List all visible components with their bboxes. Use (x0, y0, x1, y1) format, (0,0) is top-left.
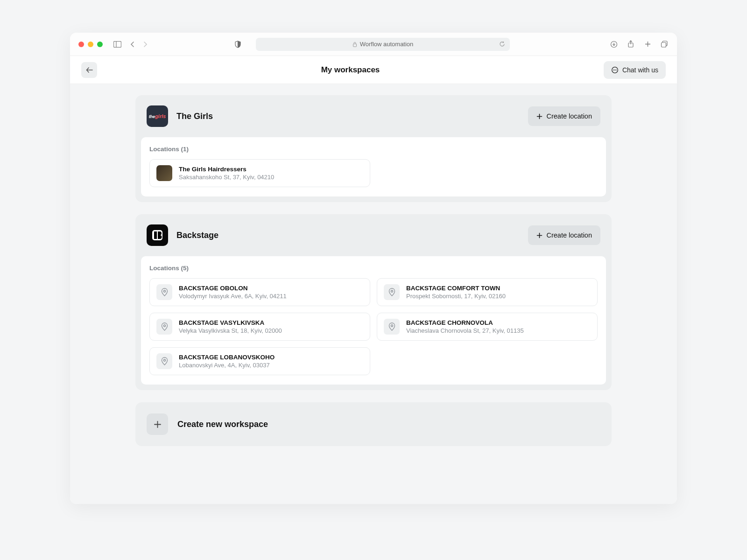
location-name: BACKSTAGE CHORNOVOLA (406, 319, 524, 326)
browser-nav (128, 40, 149, 49)
svg-rect-11 (154, 231, 157, 239)
traffic-lights (78, 42, 103, 47)
workspace-card-backstage: Backstage Create location Locations (5) (135, 214, 612, 390)
location-name: The Girls Hairdressers (179, 166, 274, 173)
workspace-logo: thegirls (147, 105, 168, 127)
back-button[interactable] (81, 62, 97, 78)
browser-forward-icon[interactable] (141, 40, 149, 49)
create-workspace-label: Create new workspace (177, 420, 268, 429)
share-icon[interactable] (627, 40, 635, 49)
location-card[interactable]: BACKSTAGE CHORNOVOLA Viacheslava Chornov… (377, 313, 598, 341)
locations-count-label: Locations (1) (149, 146, 598, 153)
workspace-logo (147, 224, 168, 246)
location-address: Volodymyr Ivasyuk Ave, 6A, Kyiv, 04211 (179, 293, 287, 300)
svg-point-9 (616, 70, 617, 70)
sidebar-toggle-icon[interactable] (113, 40, 121, 49)
map-pin-icon (384, 284, 400, 300)
svg-rect-5 (662, 42, 666, 47)
browser-back-icon[interactable] (128, 40, 136, 49)
location-address: Prospekt Sobornosti, 17, Kyiv, 02160 (406, 293, 506, 300)
plus-icon (147, 413, 168, 435)
create-location-button[interactable]: Create location (528, 225, 600, 245)
workspace-body: Locations (1) The Girls Hairdressers Sak… (141, 137, 606, 196)
reload-icon[interactable] (499, 41, 505, 47)
svg-point-7 (613, 70, 614, 70)
privacy-shield-icon[interactable] (233, 40, 242, 49)
svg-point-13 (391, 290, 393, 292)
locations-count-label: Locations (5) (149, 265, 598, 272)
workspace-card-thegirls: thegirls The Girls Create location Locat… (135, 95, 612, 202)
plus-icon (536, 113, 543, 119)
app-header: My workspaces Chat with us (70, 56, 677, 84)
chat-label: Chat with us (622, 66, 658, 74)
svg-point-14 (163, 325, 165, 327)
browser-chrome: Worflow automation (70, 33, 677, 56)
plus-icon (536, 232, 543, 238)
tabs-overview-icon[interactable] (660, 40, 669, 49)
browser-right-icons (610, 40, 669, 49)
svg-point-12 (163, 290, 165, 292)
location-card[interactable]: BACKSTAGE OBOLON Volodymyr Ivasyuk Ave, … (149, 278, 370, 306)
location-name: BACKSTAGE COMFORT TOWN (406, 285, 506, 292)
location-address: Lobanovskyi Ave, 4A, Kyiv, 03037 (179, 362, 275, 369)
svg-point-15 (391, 325, 393, 327)
location-address: Velyka Vasylkivska St, 18, Kyiv, 02000 (179, 327, 282, 334)
location-card[interactable]: BACKSTAGE LOBANOVSKOHO Lobanovskyi Ave, … (149, 347, 370, 375)
workspace-header: Backstage Create location (135, 214, 612, 256)
location-name: BACKSTAGE VASYLKIVSKA (179, 319, 282, 326)
location-card[interactable]: The Girls Hairdressers Saksahanskoho St,… (149, 159, 370, 187)
window-maximize-icon[interactable] (97, 42, 103, 47)
location-thumbnail (156, 165, 172, 181)
location-address: Viacheslava Chornovola St, 27, Kyiv, 011… (406, 327, 524, 334)
workspace-header: thegirls The Girls Create location (135, 95, 612, 137)
content-area: thegirls The Girls Create location Locat… (70, 84, 677, 504)
create-location-label: Create location (546, 231, 592, 239)
chat-with-us-button[interactable]: Chat with us (604, 61, 666, 79)
workspace-body: Locations (5) BACKSTAGE OBOLON Volodymyr… (141, 256, 606, 385)
map-pin-icon (384, 319, 400, 335)
svg-point-8 (614, 70, 615, 70)
create-location-button[interactable]: Create location (528, 106, 600, 126)
workspace-name: Backstage (176, 231, 218, 240)
map-pin-icon (156, 284, 172, 300)
browser-window: Worflow automation My workspaces (70, 33, 677, 504)
map-pin-icon (156, 353, 172, 369)
location-card[interactable]: BACKSTAGE VASYLKIVSKA Velyka Vasylkivska… (149, 313, 370, 341)
browser-url-bar[interactable]: Worflow automation (256, 38, 510, 51)
chat-icon (611, 66, 619, 74)
url-text: Worflow automation (360, 41, 414, 48)
location-address: Saksahanskoho St, 37, Kyiv, 04210 (179, 174, 274, 181)
map-pin-icon (156, 319, 172, 335)
svg-rect-0 (113, 41, 121, 47)
location-card[interactable]: BACKSTAGE COMFORT TOWN Prospekt Sobornos… (377, 278, 598, 306)
download-icon[interactable] (610, 40, 618, 49)
lock-icon (352, 42, 357, 47)
svg-point-16 (163, 359, 165, 361)
window-close-icon[interactable] (78, 42, 84, 47)
page-title: My workspaces (321, 65, 380, 75)
window-minimize-icon[interactable] (88, 42, 93, 47)
workspace-name: The Girls (176, 112, 213, 121)
location-name: BACKSTAGE OBOLON (179, 285, 287, 292)
new-tab-icon[interactable] (643, 40, 652, 49)
svg-rect-2 (353, 44, 356, 47)
location-name: BACKSTAGE LOBANOVSKOHO (179, 354, 275, 361)
svg-rect-10 (152, 230, 162, 240)
create-workspace-button[interactable]: Create new workspace (135, 402, 612, 446)
create-location-label: Create location (546, 112, 592, 120)
